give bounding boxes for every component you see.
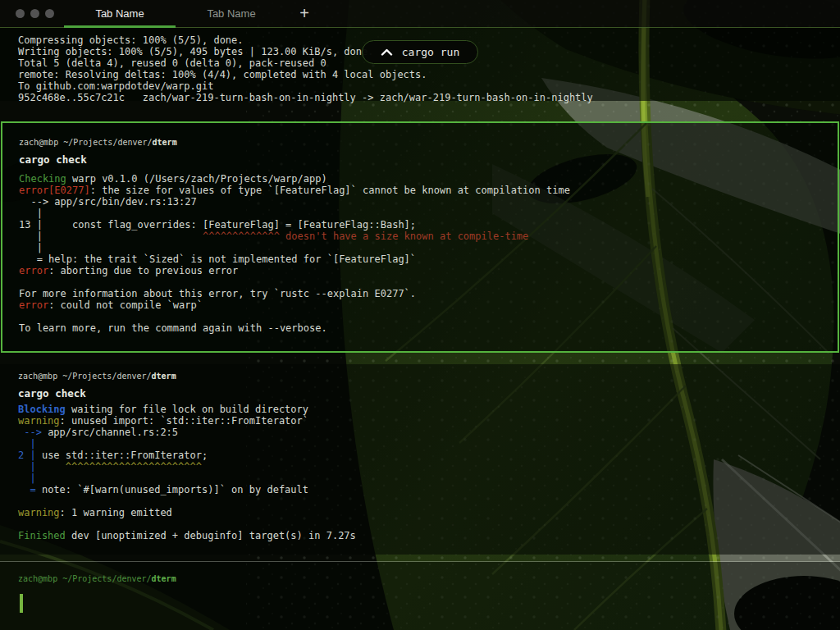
command-text: cargo check [19,154,838,166]
tab-2-label: Tab Name [207,7,255,20]
minimize-button[interactable] [30,9,39,18]
close-button[interactable] [16,9,25,18]
text-cursor [20,594,23,613]
command-output: Checking warp v0.1.0 (/Users/zach/Projec… [19,173,838,334]
sticky-command-label: cargo run [402,46,459,58]
sticky-command-pill[interactable]: cargo run [362,40,478,64]
prompt: zach@mbp ~/Projects/denver/dterm [19,137,838,148]
current-input-block[interactable]: zach@mbp ~/Projects/denver/dterm [0,562,840,630]
command-text: cargo check [18,388,840,399]
tab-bar: Tab Name Tab Name + [0,0,840,28]
command-output: Blocking waiting for file lock on build … [18,404,840,541]
chevron-up-icon [381,48,393,56]
tab-2[interactable]: Tab Name [176,0,287,27]
warp-terminal-window: Tab Name Tab Name + Compressing objects:… [0,0,840,630]
new-tab-button[interactable]: + [287,0,322,27]
maximize-button[interactable] [45,9,54,18]
tab-1[interactable]: Tab Name [64,0,176,27]
prompt: zach@mbp ~/Projects/denver/dterm [18,573,840,585]
tab-1-label: Tab Name [95,7,144,20]
prompt: zach@mbp ~/Projects/denver/dterm [18,371,840,382]
cargo-check-warning-block[interactable]: zach@mbp ~/Projects/denver/dterm cargo c… [0,364,840,555]
plus-icon: + [299,4,309,23]
traffic-lights [0,0,64,27]
terminal-area: Compressing objects: 100% (5/5), done.Wr… [0,28,840,630]
cargo-check-error-block-selected[interactable]: zach@mbp ~/Projects/denver/dterm cargo c… [1,121,839,353]
git-push-output-block[interactable]: Compressing objects: 100% (5/5), done.Wr… [0,28,840,101]
